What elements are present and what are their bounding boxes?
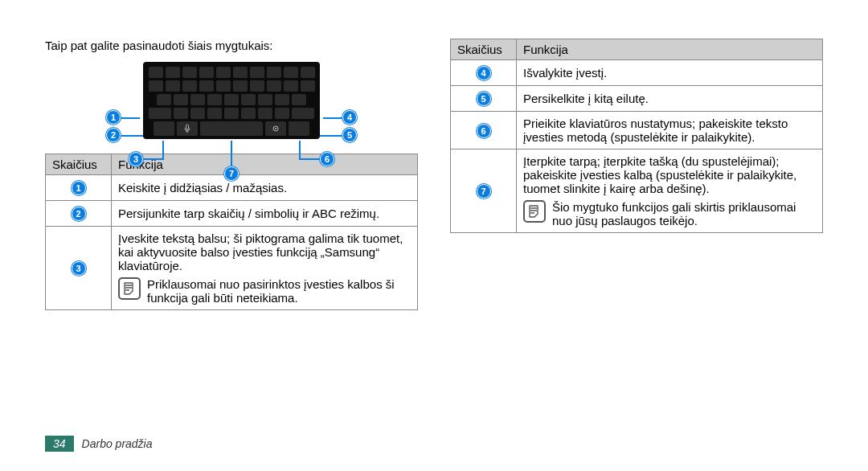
table-row: 2 Persijunkite tarp skaičių / simbolių i… <box>46 201 418 227</box>
callout-1-line <box>121 117 140 119</box>
row-number-badge: 6 <box>477 124 491 138</box>
row-text-cell: Įterpkite tarpą; įterpkite tašką (du spu… <box>517 149 823 233</box>
th-number: Skaičius <box>451 39 517 60</box>
note-icon <box>118 277 141 300</box>
row-number-badge: 4 <box>477 66 491 80</box>
row-text: Keiskite į didžiąsias / mažąsias. <box>112 175 418 201</box>
table-row: 3 Įveskite tekstą balsu; ši piktograma g… <box>46 227 418 310</box>
intro-text: Taip pat galite pasinaudoti šiais mygtuk… <box>45 39 418 52</box>
row-number: 5 <box>481 94 485 104</box>
row-text: Persikelkite į kitą eilutę. <box>517 86 823 112</box>
right-table: Skaičius Funkcija 4 Išvalykite įvestį. 5… <box>450 39 823 233</box>
callout-7: 7 <box>224 166 239 181</box>
callout-3-label: 3 <box>133 154 138 164</box>
table-row: 4 Išvalykite įvestį. <box>451 60 823 86</box>
callout-4-label: 4 <box>347 113 352 122</box>
left-column: Taip pat galite pasinaudoti šiais mygtuk… <box>45 39 418 310</box>
callout-1: 1 <box>106 110 121 125</box>
note-icon <box>523 200 546 223</box>
th-function: Funkcija <box>112 154 418 175</box>
callout-3-line-h <box>143 158 164 160</box>
callout-4-line <box>323 117 342 119</box>
note: Priklausomai nuo pasirinktos įvesties ka… <box>118 277 411 305</box>
callout-7-label: 7 <box>229 169 234 178</box>
note-text: Priklausomai nuo pasirinktos įvesties ka… <box>147 277 411 305</box>
svg-point-1 <box>275 128 276 129</box>
table-row: 5 Persikelkite į kitą eilutę. <box>451 86 823 112</box>
row-number-badge: 2 <box>72 207 86 221</box>
callout-5: 5 <box>342 128 357 142</box>
row-number: 4 <box>481 68 485 78</box>
callout-2-label: 2 <box>111 130 116 140</box>
page-body: Taip pat galite pasinaudoti šiais mygtuk… <box>0 0 868 310</box>
callout-2-line <box>121 135 143 137</box>
row-text-cell: Įveskite tekstą balsu; ši piktograma gal… <box>112 227 418 310</box>
key-mode-toggle <box>154 121 174 136</box>
callout-7-line <box>231 141 232 166</box>
row-number: 6 <box>481 126 485 136</box>
page-number: 34 <box>45 436 74 452</box>
key-settings <box>265 121 286 136</box>
row-number: 2 <box>76 209 80 219</box>
callout-3: 3 <box>129 152 143 166</box>
keyboard-illustration: 1 2 3 4 5 6 7 <box>45 62 418 139</box>
row-number: 1 <box>76 183 80 193</box>
callout-6-line-v <box>299 141 301 158</box>
section-title: Darbo pradžia <box>82 437 153 450</box>
th-number: Skaičius <box>46 154 112 175</box>
callout-3-line-v <box>162 141 164 158</box>
table-row: 6 Prieikite klaviatūros nustatymus; pake… <box>451 112 823 149</box>
row-number-badge: 5 <box>477 92 491 106</box>
callout-4: 4 <box>342 110 357 125</box>
keyboard <box>143 62 320 139</box>
keyboard-bottom-row <box>148 121 315 136</box>
page-footer: 34 Darbo pradžia <box>45 436 153 452</box>
callout-6-label: 6 <box>325 154 330 164</box>
row-number-badge: 7 <box>477 184 491 199</box>
callout-5-label: 5 <box>347 130 352 140</box>
note-text: Šio mygtuko funkcijos gali skirtis prikl… <box>552 200 816 227</box>
table-header-row: Skaičius Funkcija <box>451 39 823 60</box>
callout-6-line-h <box>299 158 320 160</box>
note: Šio mygtuko funkcijos gali skirtis prikl… <box>523 200 816 227</box>
callout-6: 6 <box>320 152 334 166</box>
row-text: Išvalykite įvestį. <box>517 60 823 86</box>
row-number-badge: 3 <box>72 261 86 276</box>
right-column: Skaičius Funkcija 4 Išvalykite įvestį. 5… <box>450 39 823 310</box>
key-voice-input <box>177 121 198 136</box>
row-text: Persijunkite tarp skaičių / simbolių ir … <box>112 201 418 227</box>
callout-5-line <box>320 135 342 137</box>
callout-1-label: 1 <box>111 113 116 122</box>
th-function: Funkcija <box>517 39 823 60</box>
keyboard-rows <box>148 67 315 119</box>
row-text: Prieikite klaviatūros nustatymus; pakeis… <box>517 112 823 149</box>
row-number-badge: 1 <box>72 181 86 195</box>
table-row: 7 Įterpkite tarpą; įterpkite tašką (du s… <box>451 149 823 233</box>
row-number: 7 <box>481 186 485 196</box>
row-number: 3 <box>76 264 80 273</box>
key-spacebar <box>200 121 263 136</box>
key-enter <box>289 121 309 136</box>
row-text: Įveskite tekstą balsu; ši piktograma gal… <box>118 231 411 272</box>
callout-2: 2 <box>106 128 121 142</box>
row-text: Įterpkite tarpą; įterpkite tašką (du spu… <box>523 154 816 195</box>
